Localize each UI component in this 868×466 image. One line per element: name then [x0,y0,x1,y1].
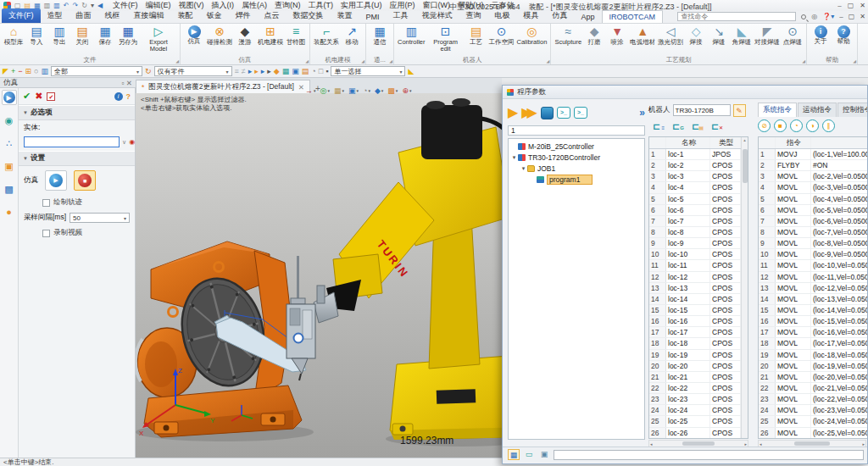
grid-display-icon[interactable]: ▩▾ [387,86,398,95]
ribbon-tab[interactable]: 工具 [387,8,415,23]
ribbon-tab[interactable]: 直接编辑 [127,8,171,23]
search-icon[interactable] [801,14,806,19]
simulation-icon[interactable]: ▶ [2,90,17,105]
package-icon[interactable]: ▣ [2,158,17,174]
location-row[interactable]: 9loc-9CPOS1 [649,238,748,249]
edit-robot-button[interactable]: ✎ [733,104,746,117]
ribbon-tab[interactable]: 点云 [258,8,287,23]
run-button[interactable]: ▶ [508,104,518,121]
dialog-launcher-icon[interactable]: ◢ [853,58,856,64]
ribbon-button[interactable]: ◁激光切割 [657,25,684,46]
location-row[interactable]: 4loc-4CPOS1 [649,182,748,193]
location-row[interactable]: 13loc-13CPOS1 [649,283,748,294]
snap-icon[interactable]: ◆ [274,66,280,77]
pause-cmd-button[interactable]: ∥ [822,119,835,132]
location-row[interactable]: 25loc-25CPOS1 [649,416,748,427]
ribbon-button[interactable]: i关于 [810,25,832,45]
pick-entity-icon[interactable]: ◉ [129,138,135,146]
console-step-button[interactable]: >_ [574,107,587,119]
pick-face-icon[interactable]: ▸ [261,66,265,77]
command-row[interactable]: 7MOVL(loc-6,Vel=0.05000,A [759,216,868,227]
command-row[interactable]: 15MOVL(loc-14,Vel=0.05000,A [759,305,868,316]
ribbon-tab[interactable]: 电极 [488,8,517,23]
tree-item[interactable]: program1 [509,174,644,185]
location-row[interactable]: 1loc-1JPOS- [649,149,748,160]
console-loop-button[interactable]: >_ [557,107,570,119]
unalign-icon[interactable]: ≠ [242,66,246,77]
tab-close-icon[interactable]: ✕ [298,83,304,92]
question-icon[interactable]: ? [126,92,131,101]
command-row[interactable]: 19MOVL(loc-18,Vel=0.05000,A [759,350,868,361]
program-window-input[interactable] [554,450,864,460]
circle-select-icon[interactable]: ○ [34,66,38,77]
view-cube-icon[interactable]: ▣▾ [348,86,359,95]
ribbon-button[interactable]: ↗移动 [341,25,363,46]
ribbon-button[interactable]: ⊗碰撞检测 [206,25,233,46]
ribbon-button[interactable]: ⊡Program edit [427,25,465,53]
remove-icon[interactable]: − [18,66,22,77]
dot-icon[interactable]: ▪ [326,66,328,77]
ribbon-button[interactable]: ▷Export Model [140,25,177,53]
insert-list-button[interactable]: ⊏▤ [687,120,704,134]
location-row[interactable]: 15loc-15CPOS1 [649,305,748,316]
dialog-launcher-icon[interactable]: ◢ [389,58,392,64]
draw-track-checkbox[interactable] [42,199,50,207]
run-fast-button[interactable]: ▶▶ [521,104,537,121]
ribbon-tab[interactable]: 线框 [98,8,127,23]
ribbon-button[interactable]: ⌐装配关系 [313,25,340,46]
stop-run-button[interactable] [541,107,554,119]
ribbon-button[interactable]: ⊞机电建模 [257,25,284,46]
command-row[interactable]: 2FLYBY#ON [759,160,868,171]
location-row[interactable]: 6loc-6CPOS1 [649,205,748,216]
location-row[interactable]: 22loc-22CPOS1 [649,383,748,394]
ribbon-tab[interactable]: 钣金 [200,8,229,23]
ribbon-tab[interactable]: 焊件 [229,8,258,23]
doc-minimize-icon[interactable]: – [839,13,843,20]
pick-point-icon[interactable]: ▸ [248,66,253,77]
filter-part-combo[interactable]: 仅有零件▾ [154,66,232,76]
cancel-button[interactable]: ✖ [35,91,42,102]
location-row[interactable]: 24loc-24CPOS1 [649,405,748,416]
doc-close-icon[interactable]: ✕ [860,13,865,20]
command-row[interactable]: 17MOVL(loc-16,Vel=0.05000,A [759,327,868,338]
tree-expand-icon[interactable]: ▾ [510,154,518,161]
expand-chevron-icon[interactable]: ∨ [122,139,126,146]
robot-combo[interactable]: TR30-1720B [673,104,731,116]
ribbon-button[interactable]: ▲电弧增材 [629,25,656,46]
insert-loc-button[interactable]: ⊏≡ [648,120,665,134]
settings-gear-icon[interactable]: ◎ [811,13,817,20]
location-row[interactable]: 10loc-10CPOS1 [649,249,748,260]
ribbon-button[interactable]: ⌂模型库 [3,25,25,46]
ribbon-button[interactable]: ⊙工作空间 [488,25,515,46]
add-icon[interactable]: + [11,66,15,77]
filter-all-combo[interactable]: 全部▾ [51,66,142,76]
settings-section-header[interactable]: ▼设置 [19,151,135,166]
ribbon-button[interactable]: ▤工艺 [465,25,487,46]
ribbon-button[interactable]: ▥导出 [48,25,70,46]
ribbon-button[interactable]: ▦保存 [94,25,116,46]
render-image-icon[interactable]: ▩ [2,181,17,197]
help-circle-icon[interactable]: ❓▾ [822,13,834,20]
stop-button[interactable]: ■ [74,170,96,191]
command-row[interactable]: 6MOVL(loc-5,Vel=0.05000,A [759,205,868,216]
schedule-view-button[interactable]: ▣ [538,449,550,460]
ribbon-button[interactable]: ↘焊缝 [708,25,730,46]
ribbon-tab[interactable]: 视觉样式 [415,8,459,23]
dialog-launcher-icon[interactable]: ◢ [361,58,364,64]
ribbon-button[interactable]: ?帮助 [832,25,854,45]
ribbon-button[interactable]: ▼喷涂 [606,25,628,46]
close-icon[interactable]: ✕ [860,2,865,9]
ribbon-button[interactable]: ◆打磨 [583,25,605,46]
ribbon-tab[interactable]: App [575,11,602,23]
dialog-launcher-icon[interactable]: ◢ [802,58,805,64]
record-video-checkbox[interactable] [42,230,50,237]
location-row[interactable]: 8loc-8CPOS1 [649,227,748,238]
positioner-model[interactable] [136,241,302,437]
play-button[interactable]: ▶ [45,170,67,191]
pick-edge-icon[interactable]: ▸ [254,66,259,77]
target-icon[interactable]: ⊕▾ [402,86,411,95]
command-tab[interactable]: 系统指令 [758,103,797,117]
ribbon-button[interactable]: ▦另存为 [117,25,139,46]
ribbon-button[interactable]: ▥Controller [397,25,426,46]
command-row[interactable]: 4MOVL(loc-3,Vel=0.05000,A [759,182,868,193]
